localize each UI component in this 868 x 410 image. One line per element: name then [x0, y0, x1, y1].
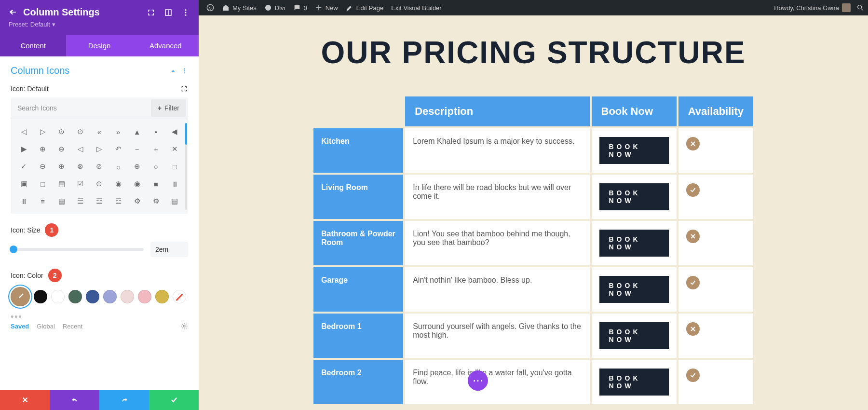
undo-button[interactable] — [50, 390, 99, 410]
icon-option[interactable]: ☲ — [90, 192, 108, 210]
book-button[interactable]: BOOK NOW — [599, 137, 669, 164]
focus-icon[interactable] — [180, 85, 188, 93]
gear-icon[interactable] — [180, 322, 188, 330]
color-swatch[interactable] — [155, 290, 169, 303]
more-icon[interactable] — [181, 8, 190, 17]
tab-advanced[interactable]: Advanced — [133, 35, 199, 56]
panel-footer — [0, 390, 199, 410]
size-slider[interactable] — [11, 248, 144, 251]
icon-option[interactable]: □ — [165, 158, 184, 175]
edit-page-link[interactable]: Edit Page — [346, 4, 383, 12]
icon-option[interactable]: ⊙ — [71, 123, 90, 140]
icon-option[interactable]: − — [128, 140, 147, 158]
icon-option[interactable]: ⊖ — [33, 158, 52, 175]
book-button[interactable]: BOOK NOW — [599, 230, 669, 257]
icon-option[interactable]: ◁ — [71, 140, 90, 158]
icon-option[interactable]: ▤ — [165, 192, 184, 210]
icon-option[interactable]: ↶ — [109, 140, 128, 158]
color-swatch-none[interactable] — [173, 290, 186, 303]
icon-option[interactable]: ⊕ — [128, 158, 147, 175]
icon-option[interactable]: ○ — [147, 158, 165, 175]
icon-option[interactable]: ⊙ — [90, 175, 108, 192]
module-fab[interactable]: ⋯ — [468, 370, 488, 391]
icon-option[interactable]: ▤ — [52, 175, 71, 192]
icon-option[interactable]: ⏸ — [165, 175, 184, 192]
search-icon[interactable] — [856, 4, 864, 12]
icon-option[interactable]: ✕ — [165, 140, 184, 158]
icon-option[interactable]: ☰ — [71, 192, 90, 210]
icon-option[interactable]: ☲ — [109, 192, 128, 210]
redo-button[interactable] — [99, 390, 149, 410]
layout-icon[interactable] — [164, 8, 173, 17]
icon-option[interactable]: ▲ — [128, 123, 147, 140]
wp-logo[interactable] — [206, 4, 214, 12]
icon-grid-scrollbar[interactable] — [185, 123, 187, 210]
icon-option[interactable]: ▤ — [52, 192, 71, 210]
my-sites-link[interactable]: My Sites — [222, 4, 257, 12]
icon-search-input[interactable] — [11, 98, 149, 118]
color-swatch[interactable] — [34, 290, 47, 303]
section-more-icon[interactable] — [181, 68, 188, 74]
icon-option[interactable]: ⚙ — [128, 192, 147, 210]
tab-content[interactable]: Content — [0, 35, 66, 56]
color-swatch[interactable] — [138, 290, 151, 303]
icon-option[interactable]: ▶ — [14, 140, 33, 158]
back-icon[interactable] — [9, 8, 17, 17]
size-input[interactable] — [150, 242, 188, 257]
icon-option[interactable]: □ — [33, 175, 52, 192]
icon-option[interactable]: ⊕ — [33, 140, 52, 158]
icon-option[interactable]: ⊙ — [52, 123, 71, 140]
user-greeting[interactable]: Howdy, Christina Gwira — [774, 3, 851, 12]
icon-option[interactable]: ◀ — [165, 123, 184, 140]
icon-option[interactable]: ⊕ — [52, 158, 71, 175]
icon-option[interactable]: ⌕ — [109, 158, 128, 175]
exit-builder-link[interactable]: Exit Visual Builder — [391, 4, 442, 12]
book-button[interactable]: BOOK NOW — [599, 276, 669, 303]
book-button[interactable]: BOOK NOW — [599, 322, 669, 349]
icon-option[interactable]: ⊗ — [71, 158, 90, 175]
icon-option[interactable]: + — [147, 140, 165, 158]
tab-design[interactable]: Design — [66, 35, 132, 56]
icon-option[interactable]: ✓ — [14, 158, 33, 175]
icon-option[interactable]: ☑ — [71, 175, 90, 192]
icon-option[interactable]: ⊘ — [90, 158, 108, 175]
new-link[interactable]: New — [315, 4, 338, 12]
save-button[interactable] — [149, 390, 199, 410]
icon-option[interactable]: ⏸ — [14, 192, 33, 210]
color-tab-recent[interactable]: Recent — [63, 323, 82, 330]
icon-option[interactable]: ⊖ — [52, 140, 71, 158]
color-swatch[interactable] — [51, 290, 65, 303]
color-swatch[interactable] — [86, 290, 99, 303]
chevron-up-icon[interactable] — [170, 68, 176, 74]
book-button[interactable]: BOOK NOW — [599, 183, 669, 210]
color-swatch[interactable] — [11, 287, 30, 306]
icon-option[interactable]: « — [90, 123, 108, 140]
cancel-button[interactable] — [0, 390, 50, 410]
icon-option[interactable]: ◉ — [128, 175, 147, 192]
color-tab-saved[interactable]: Saved — [11, 323, 29, 330]
icon-option[interactable]: ⚙ — [147, 192, 165, 210]
icon-option[interactable]: ■ — [147, 175, 165, 192]
icon-option[interactable]: ▷ — [33, 123, 52, 140]
row-book: BOOK NOW — [592, 221, 677, 265]
color-tab-global[interactable]: Global — [37, 323, 55, 330]
expand-icon[interactable] — [147, 8, 155, 17]
icon-option[interactable]: ▷ — [90, 140, 108, 158]
section-header[interactable]: Column Icons — [11, 65, 188, 76]
icon-option[interactable]: » — [109, 123, 128, 140]
preset-dropdown[interactable]: Preset: Default ▾ — [9, 21, 190, 28]
color-swatch[interactable] — [68, 290, 82, 303]
color-swatch[interactable] — [121, 290, 134, 303]
icon-option[interactable]: ◉ — [109, 175, 128, 192]
row-desc: Lion! You see that bamboo behind me thou… — [405, 221, 589, 265]
icon-option[interactable]: • — [147, 123, 165, 140]
icon-option[interactable]: ≡ — [33, 192, 52, 210]
more-dots[interactable]: ••• — [11, 312, 188, 322]
book-button[interactable]: BOOK NOW — [599, 369, 669, 396]
icon-option[interactable]: ▣ — [14, 175, 33, 192]
color-swatch[interactable] — [103, 290, 117, 303]
comments-link[interactable]: 0 — [293, 4, 307, 12]
icon-option[interactable]: ◁ — [14, 123, 33, 140]
divi-link[interactable]: Divi — [264, 4, 285, 12]
filter-button[interactable]: +Filter — [151, 99, 186, 117]
